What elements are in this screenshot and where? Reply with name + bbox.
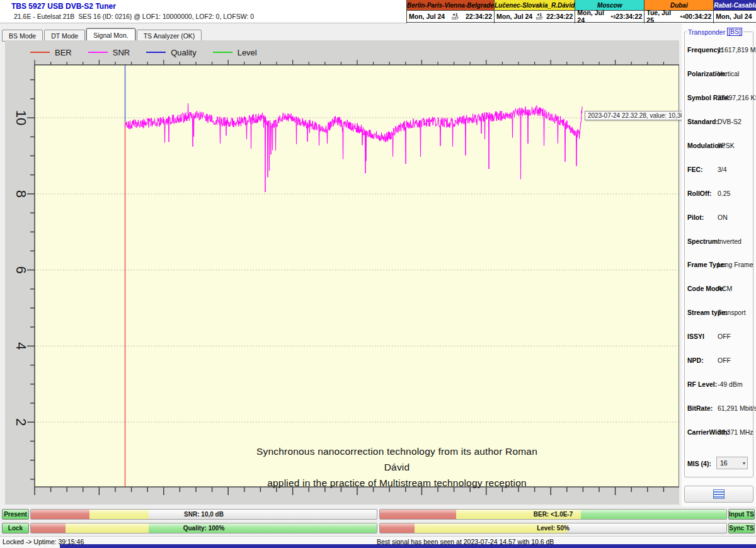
legend-item-quality: Quality bbox=[146, 48, 196, 57]
clock-time-row: Tue, Jul 25 +4 00:34:22 bbox=[644, 11, 713, 23]
progressbar-text: BER: <1.0E-7 bbox=[380, 510, 726, 519]
transponder-group: Transponder [BS] MIS (4): 16 ▾ Frequency… bbox=[684, 31, 753, 477]
transponder-row: Modulation:8PSK bbox=[687, 142, 753, 151]
world-clocks: Berlin-Paris-Vienna-Belgrade Mon, Jul 24… bbox=[406, 0, 756, 23]
mis-select[interactable]: 16 ▾ bbox=[716, 457, 748, 469]
transponder-row: Code Mode:ACM bbox=[687, 285, 753, 294]
transponder-row-value: 61,291 Mbit/s bbox=[718, 404, 756, 412]
legend-item-level: Level bbox=[213, 48, 257, 57]
clock-name: Rabat-Casablanca-London bbox=[714, 0, 756, 11]
legend-swatch bbox=[146, 52, 166, 53]
quality-progressbar: Quality: 100% bbox=[30, 523, 377, 534]
transponder-panel: Transponder [BS] MIS (4): 16 ▾ Frequency… bbox=[682, 23, 756, 506]
clock-time: 22:34:22 bbox=[546, 13, 573, 20]
signal-chart[interactable]: 246810 bbox=[5, 40, 679, 505]
clock-time-row: Mon, Jul 24 +1 DST 22:34:22 bbox=[407, 11, 494, 23]
transponder-row-value: 27497,216 KS/s bbox=[718, 94, 756, 101]
input-ts-button[interactable]: Input TS bbox=[728, 509, 755, 520]
transponder-row-value: OFF bbox=[718, 357, 731, 364]
transponder-row-value: OFF bbox=[718, 333, 731, 340]
transponder-row-value: Vertical bbox=[718, 70, 739, 77]
transponder-row-value: 11617,819 MHz bbox=[718, 46, 756, 54]
present-button[interactable]: Present bbox=[2, 509, 29, 520]
legend-swatch bbox=[213, 52, 232, 53]
transponder-row-label: RF Level: bbox=[687, 380, 717, 388]
lock-button[interactable]: Lock bbox=[2, 523, 29, 534]
snr-progressbar: SNR: 10,0 dB bbox=[30, 509, 377, 520]
clock-cell-moscow: Moscow Mon, Jul 24 +3 23:34:22 bbox=[575, 0, 644, 23]
clock-cell-dubai: Dubai Tue, Jul 25 +4 00:34:22 bbox=[644, 0, 713, 23]
clock-time-row: Mon, Jul 24 +1 21:34:22 bbox=[714, 11, 756, 23]
progressbar-text: Level: 50% bbox=[380, 523, 726, 533]
progressbar-text: SNR: 10,0 dB bbox=[31, 510, 377, 519]
app-title: TBS 5927 USB DVB-S2 Tuner bbox=[11, 2, 116, 11]
svg-text:8: 8 bbox=[13, 190, 29, 198]
transponder-row: Frequency:11617,819 MHz bbox=[687, 46, 753, 55]
transponder-row: Symbol Rate:27497,216 KS/s bbox=[687, 94, 753, 103]
transponder-row: RF Level:-49 dBm bbox=[687, 380, 753, 389]
transponder-row-value: Transport bbox=[718, 309, 746, 316]
transponder-row-value: 3/4 bbox=[718, 166, 727, 173]
transponder-row-value: 8PSK bbox=[718, 142, 735, 149]
transponder-row: ISSYIOFF bbox=[687, 333, 753, 341]
tab-signal-mon[interactable]: Signal Mon. bbox=[86, 28, 135, 42]
transponder-row-value: DVB-S2 bbox=[718, 118, 742, 125]
clock-time-row: Mon, Jul 24 +3 23:34:22 bbox=[575, 11, 644, 23]
transponder-row-label: Spectrum: bbox=[687, 237, 720, 245]
transponder-row: Stream type:Transport bbox=[687, 309, 753, 317]
clock-time: 22:34:22 bbox=[466, 13, 492, 20]
clock-date: Mon, Jul 24 bbox=[577, 9, 610, 24]
bs-tag: [BS] bbox=[727, 28, 742, 36]
transponder-row-value: ON bbox=[718, 214, 728, 221]
transponder-row-value: 34,371 MHz bbox=[718, 428, 753, 436]
clock-utc-offset: +3 bbox=[610, 14, 616, 19]
transponder-row-label: Standard: bbox=[687, 118, 718, 125]
legend-swatch bbox=[88, 52, 108, 53]
clock-utc-offset: +4 bbox=[680, 14, 685, 19]
clock-name: Berlin-Paris-Vienna-Belgrade bbox=[407, 0, 494, 11]
transponder-row-value: 0.25 bbox=[718, 190, 730, 197]
legend-item-ber: BER bbox=[30, 48, 72, 57]
sync-ts-button[interactable]: Sync TS bbox=[728, 523, 755, 534]
transponder-row: CarrierWidth:34,371 MHz bbox=[687, 428, 753, 437]
transponder-row-value: -49 dBm bbox=[718, 380, 743, 388]
transponder-row-label: Pilot: bbox=[687, 214, 704, 221]
clock-name: Lučenec-Slovakia_R.Dávid bbox=[495, 0, 575, 11]
transponder-row-value: ACM bbox=[718, 285, 732, 292]
transponder-row-label: BitRate: bbox=[687, 404, 713, 412]
ber-progressbar: BER: <1.0E-7 bbox=[379, 509, 727, 520]
panel-button[interactable] bbox=[684, 486, 753, 503]
transponder-row: RollOff:0.25 bbox=[687, 190, 753, 198]
transponder-row: Frame Type:Long Frame bbox=[687, 261, 753, 270]
legend-item-snr: SNR bbox=[88, 48, 130, 57]
app-window: TBS 5927 USB DVB-S2 Tuner 21.6E - Eutels… bbox=[0, 0, 756, 548]
clock-date: Mon, Jul 24 bbox=[716, 13, 752, 20]
svg-text:6: 6 bbox=[13, 266, 29, 273]
clock-cell-berlin: Berlin-Paris-Vienna-Belgrade Mon, Jul 24… bbox=[406, 0, 494, 23]
transponder-row-label: FEC: bbox=[687, 166, 703, 173]
progressbar-text: Quality: 100% bbox=[31, 523, 377, 533]
svg-text:10: 10 bbox=[13, 110, 29, 125]
transponder-row: Pilot:ON bbox=[687, 214, 753, 222]
svg-text:2: 2 bbox=[13, 418, 29, 426]
chart-annotation: Synchronous nanocorrection technology fr… bbox=[243, 443, 551, 491]
taskbar-strip bbox=[60, 544, 756, 548]
mis-label: MIS (4): bbox=[687, 460, 711, 467]
clock-time: 00:34:22 bbox=[685, 13, 711, 20]
clock-utc-offset: +1 DST bbox=[452, 13, 459, 21]
clock-date: Mon, Jul 24 bbox=[496, 13, 532, 20]
chart-legend: BER SNR Quality Level bbox=[30, 47, 273, 58]
tab-bar: BS Mode DT Mode Signal Mon. TS Analyzer … bbox=[2, 28, 202, 42]
clock-date: Tue, Jul 25 bbox=[646, 9, 680, 24]
svg-text:4: 4 bbox=[13, 342, 29, 350]
chevron-down-icon: ▾ bbox=[743, 460, 747, 466]
transponder-row: Standard:DVB-S2 bbox=[687, 118, 753, 127]
clock-utc-offset: +1 DST bbox=[536, 13, 543, 21]
app-subtitle: 21.6E - Eutelsat 21B SES 16 (ID: 0216) @… bbox=[14, 13, 254, 20]
clock-date: Mon, Jul 24 bbox=[409, 13, 445, 20]
clock-cell-lucenec: Lučenec-Slovakia_R.Dávid Mon, Jul 24 +1 … bbox=[494, 0, 575, 23]
clock-cell-rabat: Rabat-Casablanca-London Mon, Jul 24 +1 2… bbox=[713, 0, 756, 23]
list-icon bbox=[713, 489, 724, 499]
transponder-row: Spectrum:Inverted bbox=[687, 237, 753, 246]
indicator-panel: Present Lock SNR: 10,0 dB Quality: 100% … bbox=[0, 506, 756, 536]
